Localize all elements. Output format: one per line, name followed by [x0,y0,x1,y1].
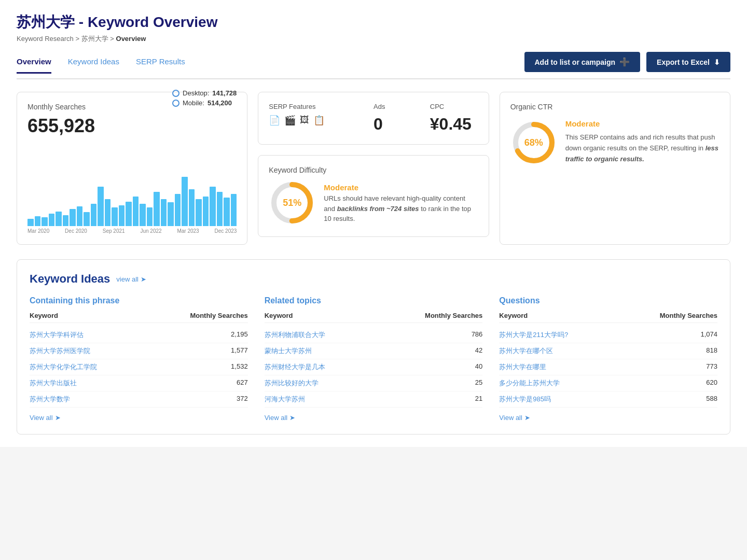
ki-keyword[interactable]: 苏州大学在哪个区 [499,346,553,356]
ctr-title: Organic CTR [510,103,720,111]
ki-row: 苏州利物浦联合大学786 [265,327,483,343]
ki-keyword[interactable]: 苏州大学是211大学吗? [499,330,568,340]
mobile-icon [172,100,179,107]
ctr-body: 68% Moderate This SERP contains ads and … [510,119,720,166]
ki-col-title-questions: Questions [499,296,717,305]
ki-row: 苏州大学学科评估2,195 [30,327,248,343]
cpc-label: CPC [430,103,478,110]
chart-bar [70,209,76,226]
serp-feature-icons: 📄 🎬 🖼 📋 [269,115,365,126]
chart-bar [84,212,90,226]
serp-features-section: SERP Features 📄 🎬 🖼 📋 [269,103,365,126]
ki-searches: 21 [475,395,482,404]
ki-keyword[interactable]: 苏州利物浦联合大学 [265,330,325,340]
ki-keyword[interactable]: 苏州比较好的大学 [265,379,319,388]
kd-title: Keyword Difficulty [269,166,478,174]
ki-header-keyword: Keyword [265,312,293,319]
add-to-list-button[interactable]: Add to list or campaign ➕ [524,52,641,72]
ki-searches: 786 [472,330,483,340]
ki-searches: 2,195 [231,330,248,340]
ki-keyword[interactable]: 苏州大学数学 [30,395,70,404]
ki-keyword[interactable]: 苏州大学苏州医学院 [30,346,90,356]
desktop-row: Desktop: 141,728 [172,89,237,97]
view-all-icon: ➤ [141,275,146,283]
tab-serp-results[interactable]: SERP Results [136,57,185,74]
chart-bar [210,187,216,226]
export-button[interactable]: Export to Excel ⬇ [646,52,730,72]
cpc-section: CPC ¥0.45 [430,103,478,134]
ki-keyword[interactable]: 蒙纳士大学苏州 [265,346,312,356]
kd-body: 51% Moderate URLs should have relevant h… [269,179,478,226]
ki-searches: 1,532 [231,362,248,372]
serp-icon-video: 🎬 [284,115,296,126]
chart-bar [175,194,181,226]
ki-view-all-related[interactable]: View all ➤ [265,414,483,422]
view-all-arrow-icon: ➤ [55,414,61,422]
ctr-percent: 68% [524,137,543,148]
download-icon: ⬇ [714,58,720,66]
tab-overview[interactable]: Overview [17,57,51,74]
chart-bar [133,197,139,226]
chart-bar [147,207,153,226]
chart-bar [126,202,132,227]
ki-view-all-containing[interactable]: View all ➤ [30,414,248,422]
keyword-difficulty-card: Keyword Difficulty 51% Moderate URLs sho… [258,155,489,237]
kd-text: Moderate URLs should have relevant high-… [324,182,478,224]
keyword-ideas-section: Keyword Ideas view all ➤ Containing this… [17,259,730,435]
tab-keyword-ideas[interactable]: Keyword Ideas [68,57,119,74]
ki-searches: 773 [706,362,717,372]
cards-row: Monthly Searches 655,928 Desktop: 141,72… [17,92,730,245]
ki-header-searches: Monthly Searches [190,312,247,319]
breadcrumb-item-1: Keyword Research [17,35,74,43]
ads-value: 0 [374,115,422,134]
desktop-label: Desktop: [183,89,209,97]
chart-bar [203,197,209,226]
serp-icon-doc: 📄 [269,115,280,126]
chart-bar [49,214,55,226]
ki-header-searches: Monthly Searches [660,312,717,319]
chart-bar [119,205,125,226]
ki-keyword[interactable]: 苏州大学学科评估 [30,330,84,340]
chart-bar [189,189,195,226]
ki-searches: 627 [237,379,248,388]
chart-bar [217,192,223,227]
chart-bar [154,192,160,227]
ki-keyword[interactable]: 苏州财经大学是几本 [265,362,325,372]
ki-row: 苏州大学数学372 [30,391,248,408]
ki-keyword[interactable]: 苏州大学出版社 [30,379,77,388]
keyword-ideas-view-all[interactable]: view all ➤ [116,275,146,283]
ki-header-keyword: Keyword [499,312,528,319]
monthly-searches-card: Monthly Searches 655,928 Desktop: 141,72… [17,92,247,245]
ki-keyword[interactable]: 苏州大学化学化工学院 [30,362,97,372]
add-to-list-label: Add to list or campaign [535,58,616,66]
ki-view-all-questions[interactable]: View all ➤ [499,414,717,422]
chart-bar [224,198,230,226]
ki-row: 苏州大学苏州医学院1,577 [30,343,248,359]
ki-searches: 25 [475,379,482,388]
chart-bar [231,194,237,226]
view-all-arrow-icon: ➤ [524,414,530,422]
serp-features-card: SERP Features 📄 🎬 🖼 📋 Ads 0 CPC [258,92,489,145]
ki-keyword[interactable]: 苏州大学是985吗 [499,395,551,404]
ki-row: 苏州大学是211大学吗?1,074 [499,327,717,343]
breadcrumb: Keyword Research > 苏州大学 > Overview [17,34,730,44]
chart-bar [91,204,97,226]
breadcrumb-item-2: 苏州大学 [81,35,108,43]
chart-bar [196,199,202,226]
chart-bar [105,199,111,226]
ads-label: Ads [374,103,422,110]
chart-bar [98,187,104,226]
ki-keyword[interactable]: 河海大学苏州 [265,395,305,404]
chart-bar [161,199,167,226]
keyword-ideas-header: Keyword Ideas view all ➤ [30,272,717,286]
chart-bar [77,206,83,226]
ki-keyword[interactable]: 多少分能上苏州大学 [499,379,560,388]
chart-bar [63,215,69,226]
chart-bar [35,216,41,226]
ki-column-questions: QuestionsKeywordMonthly Searches苏州大学是211… [499,296,717,422]
ki-searches: 818 [706,346,717,356]
serp-icon-image: 🖼 [300,115,309,126]
top-actions: Add to list or campaign ➕ Export to Exce… [524,52,731,72]
ki-searches: 620 [706,379,717,388]
ki-keyword[interactable]: 苏州大学在哪里 [499,362,546,372]
